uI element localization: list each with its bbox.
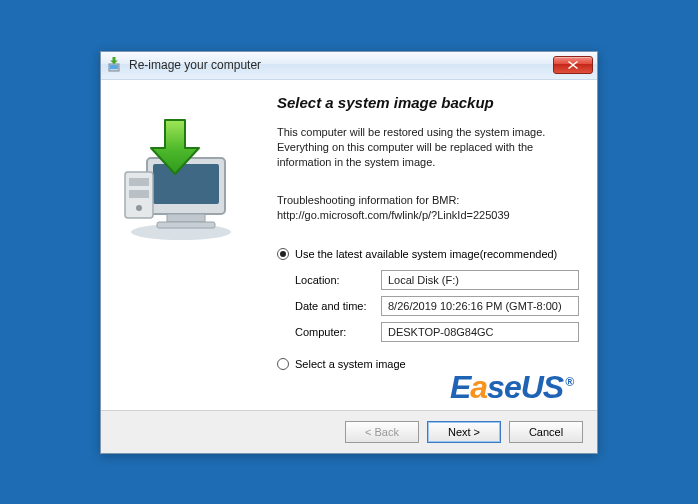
svg-rect-4 [153,164,219,204]
computer-restore-icon [119,114,249,234]
computer-value: DESKTOP-08G84GC [381,322,579,342]
cancel-button[interactable]: Cancel [509,421,583,443]
troubleshoot-label: Troubleshooting information for BMR: [277,193,579,208]
close-button[interactable] [553,56,593,74]
watermark-logo: EaseUS® [450,369,573,406]
back-button: < Back [345,421,419,443]
svg-rect-8 [129,178,149,186]
radio-use-latest[interactable]: Use the latest available system image(re… [277,248,579,260]
dialog-window: Re-image your computer [100,51,598,454]
radio-icon [277,248,289,260]
svg-rect-1 [110,65,118,69]
page-heading: Select a system image backup [277,94,579,111]
radio-use-latest-label: Use the latest available system image(re… [295,248,557,260]
next-button[interactable]: Next > [427,421,501,443]
datetime-value: 8/26/2019 10:26:16 PM (GMT-8:00) [381,296,579,316]
titlebar: Re-image your computer [101,52,597,80]
svg-rect-9 [129,190,149,198]
window-title: Re-image your computer [129,58,553,72]
page-description: This computer will be restored using the… [277,125,579,171]
radio-select-image[interactable]: Select a system image [277,358,579,370]
troubleshoot-link[interactable]: http://go.microsoft.com/fwlink/p/?LinkId… [277,208,579,223]
datetime-label: Date and time: [295,300,381,312]
close-icon [568,61,578,69]
app-icon [107,57,123,73]
radio-select-image-label: Select a system image [295,358,406,370]
radio-icon [277,358,289,370]
location-label: Location: [295,274,381,286]
svg-point-10 [136,205,142,211]
svg-rect-6 [157,222,215,228]
location-value: Local Disk (F:) [381,270,579,290]
dialog-body: Select a system image backup This comput… [101,80,597,453]
computer-label: Computer: [295,326,381,338]
svg-rect-5 [167,214,205,222]
illustration-pane [119,94,269,400]
button-bar: < Back Next > Cancel [101,410,597,453]
